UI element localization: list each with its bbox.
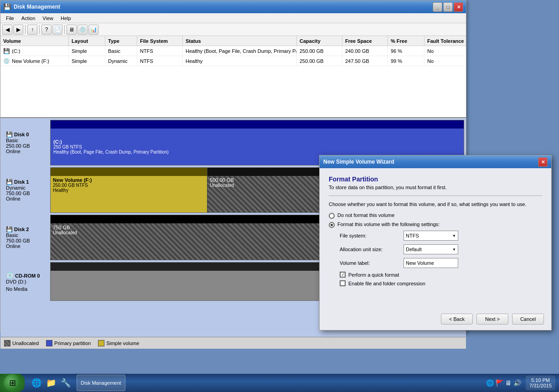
minimize-button[interactable]: _	[433, 2, 442, 12]
radio-format[interactable]: Format this volume with the following se…	[329, 222, 542, 228]
compression-row: Enable file and folder compression	[329, 280, 542, 286]
doc-button[interactable]: 📄	[52, 25, 62, 35]
taskbar-ie-icon[interactable]: 🌐	[29, 376, 44, 390]
cell-free-0: 240.00 GB	[342, 46, 388, 56]
disk-1-partition-0[interactable]: New Volume (F:) 250.00 GB NTFS Healthy	[51, 168, 207, 212]
dialog-body: Format Partition To store data on this p…	[320, 168, 551, 296]
vol-label-row: Volume label:	[329, 258, 542, 268]
legend-simple-box	[98, 340, 104, 346]
col-pctfree: % Free	[388, 36, 424, 46]
dialog-close-button[interactable]: ✕	[538, 157, 548, 167]
help-button[interactable]: ?	[41, 25, 52, 35]
quick-format-checkbox[interactable]	[340, 272, 346, 278]
tray-volume-icon: 🔊	[513, 379, 521, 387]
quick-format-label: Perform a quick format	[348, 272, 399, 278]
taskbar-diskmgmt-label: Disk Management	[81, 380, 121, 386]
col-volume: Volume	[0, 36, 69, 46]
cell-layout-0: Simple	[69, 46, 105, 56]
chart-button[interactable]: 📊	[88, 25, 98, 35]
taskbar-explorer-icon[interactable]: 📁	[44, 376, 58, 390]
volume-icon-1: 💿	[3, 58, 10, 64]
file-system-arrow: ▼	[452, 234, 456, 238]
table-area: Volume Layout Type File System Status Ca…	[0, 36, 466, 118]
col-fault: Fault Tolerance	[424, 36, 466, 46]
menu-bar: File Action View Help	[0, 13, 466, 23]
table-row[interactable]: 💿 New Volume (F:) Simple Dynamic NTFS He…	[0, 56, 466, 66]
file-system-row: File system: NTFS ▼	[329, 231, 542, 241]
file-system-select[interactable]: NTFS ▼	[404, 231, 458, 241]
taskbar-diskmgmt-item[interactable]: Disk Management	[77, 375, 125, 391]
disk-0-part-header	[51, 120, 464, 129]
dialog-window: New Simple Volume Wizard ✕ Format Partit…	[319, 155, 552, 330]
back-button[interactable]: < Back	[441, 314, 473, 325]
cell-status-0: Healthy (Boot, Page File, Crash Dump, Pr…	[183, 46, 297, 56]
menu-view[interactable]: View	[39, 15, 57, 22]
tray-icons: 🌐 🚩 🖥 🔊	[485, 379, 522, 387]
dialog-divider	[329, 196, 542, 196]
cancel-button[interactable]: Cancel	[512, 314, 544, 325]
close-button[interactable]: ✕	[454, 2, 463, 12]
cell-capacity-0: 250.00 GB	[297, 46, 342, 56]
cell-pct-1: 99 %	[388, 56, 424, 66]
cell-fault-0: No	[424, 46, 466, 56]
dialog-title-bar: New Simple Volume Wizard ✕	[320, 155, 551, 168]
col-layout: Layout	[69, 36, 105, 46]
disk-1-part0-header	[51, 168, 207, 176]
legend-primary-box	[46, 340, 52, 346]
legend: Unallocated Primary partition Simple vol…	[0, 337, 466, 349]
disk-button[interactable]: 💿	[78, 25, 88, 35]
radio-format-input[interactable]	[329, 222, 335, 228]
taskbar-tool-icon[interactable]: 🔧	[58, 376, 73, 390]
cell-type-1: Dynamic	[105, 56, 137, 66]
vol-label-label: Volume label:	[340, 260, 404, 266]
alloc-unit-arrow: ▼	[452, 248, 456, 252]
radio-no-format[interactable]: Do not format this volume	[329, 212, 542, 219]
maximize-button[interactable]: □	[443, 2, 453, 12]
table-header: Volume Layout Type File System Status Ca…	[0, 36, 466, 46]
back-button[interactable]: ◀	[2, 25, 12, 35]
cell-free-1: 247.50 GB	[342, 56, 388, 66]
toolbar: ◀ ▶ ↑ ? 📄 🖥 💿 📊	[0, 23, 466, 36]
menu-help[interactable]: Help	[57, 15, 75, 22]
monitor-button[interactable]: 🖥	[67, 25, 77, 35]
menu-action[interactable]: Action	[18, 15, 39, 22]
disk-1-label: 💾 Disk 1 Dynamic 750.00 GB Online	[2, 167, 50, 213]
menu-file[interactable]: File	[2, 15, 18, 22]
cell-pct-0: 96 %	[388, 46, 424, 56]
clock-time: 5:10 PM	[529, 377, 552, 383]
compression-checkbox[interactable]	[340, 280, 346, 286]
taskbar-right: 🌐 🚩 🖥 🔊 5:10 PM 7/31/2015	[485, 376, 559, 390]
tray-monitor-icon: 🖥	[505, 379, 512, 387]
col-status: Status	[183, 36, 297, 46]
disk-0-label: 💾 Disk 0 Basic 250.00 GB Online	[2, 120, 50, 165]
taskbar-icons: 🌐 📁 🔧	[29, 376, 73, 390]
dialog-title-controls: ✕	[538, 157, 548, 167]
next-button[interactable]: Next >	[476, 314, 508, 325]
start-button[interactable]: ⊞	[0, 374, 25, 392]
col-freespace: Free Space	[342, 36, 388, 46]
cdrom-label: 💿 CD-ROM 0 DVD (D:) No Media	[2, 262, 50, 301]
volume-icon-0: 💾	[3, 48, 10, 54]
window-title: Disk Management	[14, 4, 60, 10]
up-button[interactable]: ↑	[27, 25, 37, 35]
cell-fault-1: No	[424, 56, 466, 66]
col-capacity: Capacity	[297, 36, 342, 46]
radio-no-format-input[interactable]	[329, 213, 335, 219]
window-icon: 💾	[3, 3, 11, 10]
taskbar: ⊞ 🌐 📁 🔧 Disk Management 🌐 🚩 🖥 🔊 5:10 PM …	[0, 374, 559, 392]
dialog-section-title: Format Partition	[329, 175, 542, 183]
col-type: Type	[105, 36, 137, 46]
compression-label: Enable file and folder compression	[348, 281, 425, 286]
forward-button[interactable]: ▶	[13, 25, 23, 35]
alloc-unit-row: Allocation unit size: Default ▼	[329, 244, 542, 254]
cell-type-0: Basic	[105, 46, 137, 56]
dialog-body-text: Choose whether you want to format this v…	[329, 201, 542, 207]
cell-status-1: Healthy	[183, 56, 297, 66]
vol-label-input[interactable]	[404, 258, 458, 268]
alloc-unit-select[interactable]: Default ▼	[404, 244, 458, 254]
legend-primary: Primary partition	[46, 340, 91, 346]
cell-volume-0: 💾 (C:)	[0, 46, 69, 56]
legend-simple: Simple volume	[98, 340, 139, 346]
table-row[interactable]: 💾 (C:) Simple Basic NTFS Healthy (Boot, …	[0, 46, 466, 56]
col-filesystem: File System	[137, 36, 183, 46]
